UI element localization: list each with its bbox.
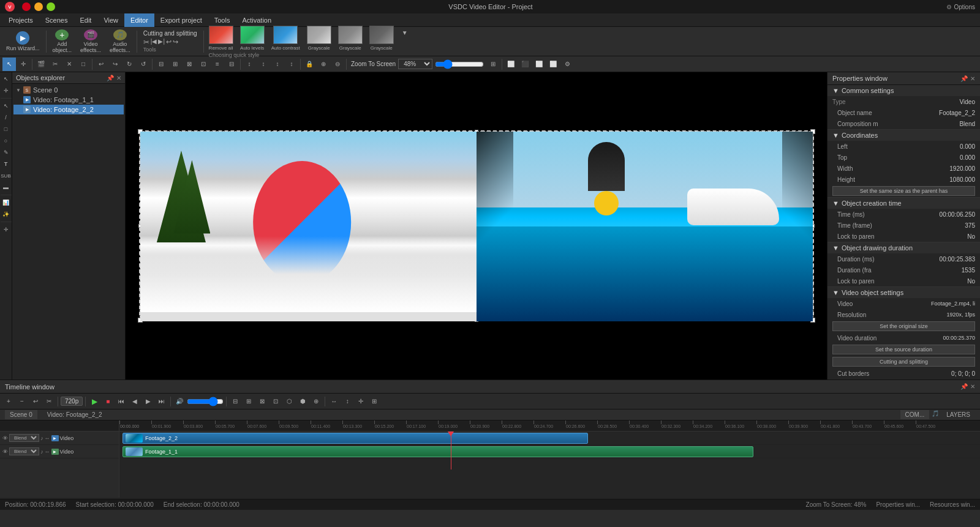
view-mode3[interactable]: ⬜ xyxy=(532,58,546,71)
drawing-duration-header[interactable]: ▼ Object drawing duration xyxy=(827,242,980,253)
track1-blend[interactable]: Blend xyxy=(9,434,39,442)
top-value[interactable]: 0.000 xyxy=(960,154,975,161)
zoom-select[interactable]: 48% 25% 50% 75% 100% xyxy=(398,59,432,69)
tc-vol-icon[interactable]: 🔊 xyxy=(173,395,186,408)
tl-close-icon[interactable]: ✕ xyxy=(970,383,975,390)
rotate-cw-btn[interactable]: ↻ xyxy=(123,58,136,71)
redo-icon[interactable]: ↪ xyxy=(173,38,178,47)
tc-tool10[interactable]: ✛ xyxy=(355,395,367,408)
more4-btn[interactable]: ↕ xyxy=(285,58,298,71)
align-right-btn[interactable]: ⊠ xyxy=(183,58,196,71)
resolution-badge[interactable]: 720p xyxy=(61,397,83,406)
tc-tool11[interactable]: ⊞ xyxy=(368,395,380,408)
audio-effects-button[interactable]: 🎵 Audioeffects... xyxy=(106,28,134,55)
video-object-header[interactable]: ▼ Video object settings xyxy=(827,287,980,298)
tc-add-btn[interactable]: + xyxy=(2,395,15,408)
tc-fwd-btn[interactable]: ▶ xyxy=(142,395,154,408)
lt-pointer[interactable]: ↖ xyxy=(1,73,12,84)
tc-tool3[interactable]: ⊠ xyxy=(256,395,268,408)
tc-stop-btn[interactable]: ■ xyxy=(102,395,114,408)
select-tool-btn[interactable]: ↖ xyxy=(2,58,16,71)
height-value[interactable]: 1080.000 xyxy=(949,176,975,183)
quick-style-grayscale2[interactable]: Grayscale xyxy=(336,24,365,52)
add-object-button[interactable]: + Addobject... xyxy=(49,28,76,55)
volume-slider[interactable] xyxy=(187,397,224,406)
creation-time-header[interactable]: ▼ Object creation time xyxy=(827,198,980,209)
quick-style-more[interactable]: ▼ xyxy=(398,26,412,39)
dur-ms-value[interactable]: 00:00:25.383 xyxy=(940,256,975,263)
align-center-btn[interactable]: ⊞ xyxy=(168,58,182,71)
lt-move[interactable]: ✛ xyxy=(1,85,12,96)
group-btn[interactable]: ⊕ xyxy=(317,58,330,71)
original-size-button[interactable]: Set the original size xyxy=(832,321,975,331)
quick-style-remove-all[interactable]: Remove all xyxy=(206,24,236,52)
common-settings-header[interactable]: ▼ Common settings xyxy=(827,85,980,96)
view-mode5[interactable]: ⚙ xyxy=(560,58,574,71)
split-icon[interactable]: ▶| xyxy=(158,38,165,47)
layers-label[interactable]: LAYERS xyxy=(941,410,975,419)
left-value[interactable]: 0.000 xyxy=(960,143,975,150)
tc-next-btn[interactable]: ⏭ xyxy=(156,395,168,408)
run-wizard-button[interactable]: ▶ Run Wizard... xyxy=(2,28,43,55)
tc-prev-btn[interactable]: ⏮ xyxy=(115,395,127,408)
tc-tool7[interactable]: ⊕ xyxy=(310,395,322,408)
tc-tool1[interactable]: ⊟ xyxy=(229,395,241,408)
close-button[interactable]: × xyxy=(22,2,31,11)
tc-back-btn[interactable]: ◀ xyxy=(129,395,141,408)
lock-btn[interactable]: 🔒 xyxy=(303,58,316,71)
view-mode2[interactable]: ⬛ xyxy=(518,58,532,71)
scissors-icon[interactable]: ✂ xyxy=(143,38,149,47)
lt-line[interactable]: / xyxy=(1,112,12,123)
maximize-button[interactable]: □ xyxy=(47,2,55,11)
track2-clip[interactable]: Footage_1_1 xyxy=(123,446,753,457)
lt-rect[interactable]: □ xyxy=(1,124,12,135)
footage-1-item[interactable]: ▶ Video: Footage_1_1 xyxy=(13,95,124,105)
video-canvas[interactable] xyxy=(126,72,827,379)
lock2-value[interactable]: No xyxy=(967,278,975,285)
layers-tab[interactable]: COM... xyxy=(900,410,930,419)
redo-btn[interactable]: ↪ xyxy=(108,58,122,71)
tc-tool5[interactable]: ⬡ xyxy=(283,395,295,408)
pp-pin-icon[interactable]: 📌 xyxy=(960,75,968,82)
more2-btn[interactable]: ↕ xyxy=(257,58,270,71)
cut-borders-value[interactable]: 0; 0; 0; 0 xyxy=(951,370,975,377)
tc-play-btn[interactable]: ▶ xyxy=(88,395,100,408)
delete-btn[interactable]: ✕ xyxy=(62,58,76,71)
lt-ellipse[interactable]: ○ xyxy=(1,135,12,146)
scene-btn[interactable]: 🎬 xyxy=(34,58,48,71)
menu-view[interactable]: View xyxy=(97,13,124,27)
lt-pen[interactable]: ✎ xyxy=(1,147,12,158)
tc-tool8[interactable]: ↔ xyxy=(328,395,340,408)
menu-editor[interactable]: Editor xyxy=(124,13,154,27)
same-size-button[interactable]: Set the same size as the parent has xyxy=(832,186,975,196)
align-top-btn[interactable]: ⊡ xyxy=(197,58,210,71)
scene-tab[interactable]: Scene 0 xyxy=(5,410,37,419)
zoom-fit-btn[interactable]: ⊞ xyxy=(486,58,500,71)
tl-pin-icon[interactable]: 📌 xyxy=(960,383,968,390)
tc-tool9[interactable]: ↕ xyxy=(341,395,353,408)
tc-tool4[interactable]: ⊡ xyxy=(270,395,282,408)
timeline-ruler[interactable]: 00:00.000 00:01.900 00:03.800 00:05.700 xyxy=(119,420,980,432)
more-btn[interactable]: ↕ xyxy=(243,58,256,71)
tc-remove-btn[interactable]: − xyxy=(16,395,28,408)
options-text[interactable]: Options xyxy=(954,4,975,10)
dur-fra-value[interactable]: 1535 xyxy=(962,267,975,274)
width-value[interactable]: 1920.000 xyxy=(949,165,975,172)
coordinates-header[interactable]: ▼ Coordinates xyxy=(827,130,980,141)
quick-style-auto-levels[interactable]: Auto levels xyxy=(238,24,267,52)
zoom-slider[interactable] xyxy=(435,59,484,69)
ungroup-btn[interactable]: ⊖ xyxy=(331,58,344,71)
lock1-value[interactable]: No xyxy=(967,233,975,240)
align-middle-btn[interactable]: ≡ xyxy=(211,58,224,71)
video-effects-button[interactable]: 🎬 Videoeffects... xyxy=(77,28,105,55)
lt-arrow[interactable]: ↖ xyxy=(1,100,12,111)
oe-close-icon[interactable]: ✕ xyxy=(116,75,121,81)
square-btn[interactable]: □ xyxy=(77,58,90,71)
lt-text[interactable]: T xyxy=(1,159,12,170)
menu-scenes[interactable]: Scenes xyxy=(39,13,74,27)
scene-item[interactable]: ▼ S Scene 0 xyxy=(13,85,124,95)
track2-blend[interactable]: Blend xyxy=(9,447,39,455)
cut-btn[interactable]: ✂ xyxy=(48,58,62,71)
view-mode4[interactable]: ⬜ xyxy=(546,58,560,71)
footage-tab[interactable]: Video: Footage_2_2 xyxy=(42,410,107,419)
